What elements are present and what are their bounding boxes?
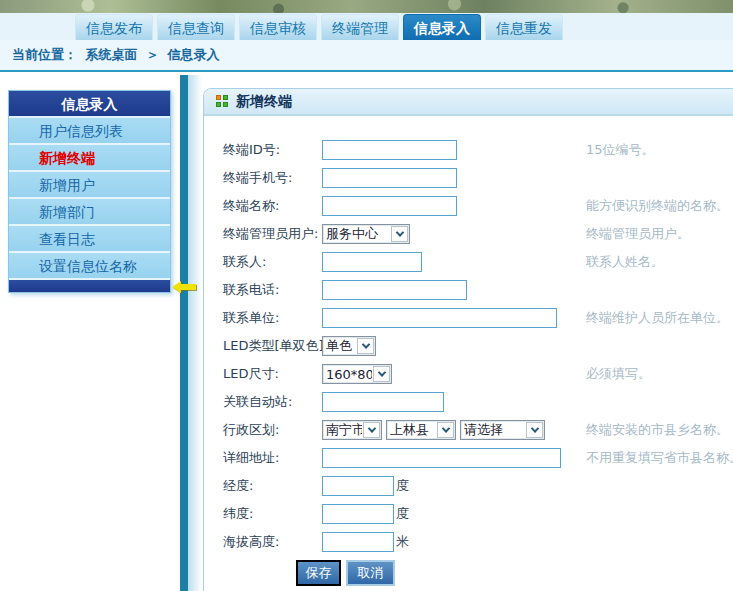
form-row-contact-person: 联系人:联系人姓名。 [204,252,733,274]
sidebar-item-4[interactable]: 查看日志 [9,226,170,253]
form-row-detail-address: 详细地址:不用重复填写省市县名称。 [204,448,733,470]
contact-person-input[interactable] [322,252,422,272]
form-row-admin-region: 行政区划:南宁市上林县请选择终端安装的市县乡名称。 [204,420,733,442]
form-row-led-size: LED尺寸:160*80必须填写。 [204,364,733,386]
admin-region-select-2-value: 请选择 [461,421,525,439]
header-photo-banner [0,0,733,13]
latitude-unit: 度 [396,505,409,523]
control-admin-region: 南宁市上林县请选择 [322,420,549,440]
latitude-input[interactable] [322,504,394,524]
label-auto-station: 关联自动站: [223,392,321,412]
form-row-longitude: 经度:度 [204,476,733,498]
hint-contact-person: 联系人姓名。 [586,252,664,272]
panel-header: 新增终端 [204,89,733,116]
label-terminal-phone: 终端手机号: [223,168,321,188]
tab-info-audit[interactable]: 信息审核 [239,14,317,40]
chevron-down-icon [526,422,543,438]
led-type-select-value: 单色 [323,337,356,355]
top-tab-bar: 信息发布 信息查询 信息审核 终端管理 信息录入 信息重发 [0,13,733,40]
sidebar-menu: 信息录入 用户信息列表新增终端新增用户新增部门查看日志设置信息位名称 [8,90,171,293]
label-contact-phone: 联系电话: [223,280,321,300]
breadcrumb: 当前位置： 系统桌面 ＞ 信息录入 [0,40,733,72]
form-row-led-type: LED类型[单双色]:单色 [204,336,733,358]
breadcrumb-home[interactable]: 系统桌面 [86,47,138,62]
form-buttons-row: 保存 取消 [204,560,733,586]
new-terminal-panel: 新增终端 终端ID号:15位编号。终端手机号:终端名称:能方便识别终端的名称。终… [203,88,733,591]
control-terminal-id [322,140,457,160]
admin-region-select-0-value: 南宁市 [323,421,362,439]
form-row-auto-station: 关联自动站: [204,392,733,414]
tab-info-resend[interactable]: 信息重发 [485,14,563,40]
chevron-down-icon [437,422,454,438]
detail-address-input[interactable] [322,448,561,468]
sidebar-item-3[interactable]: 新增部门 [9,199,170,226]
label-admin-region: 行政区划: [223,420,321,440]
tab-info-query[interactable]: 信息查询 [157,14,235,40]
hint-detail-address: 不用重复填写省市县名称。 [586,448,733,468]
control-contact-phone [322,280,467,300]
chevron-down-icon [391,226,408,242]
breadcrumb-separator: ＞ [146,47,159,62]
form-row-terminal-admin: 终端管理员用户:服务中心终端管理员用户。 [204,224,733,246]
admin-region-select-0[interactable]: 南宁市 [322,420,382,440]
hint-led-size: 必须填写。 [586,364,651,384]
control-altitude: 米 [322,532,409,552]
blocks-icon [216,95,229,108]
tab-terminal-mgmt[interactable]: 终端管理 [321,14,399,40]
vertical-divider-shadow [188,75,202,591]
save-button[interactable]: 保存 [296,560,341,586]
sidebar-item-1[interactable]: 新增终端 [9,145,170,172]
hint-contact-unit: 终端维护人员所在单位。 [586,308,729,328]
label-contact-unit: 联系单位: [223,308,321,328]
breadcrumb-prefix: 当前位置： [12,47,77,62]
form-row-altitude: 海拔高度:米 [204,532,733,554]
label-terminal-admin: 终端管理员用户: [223,224,321,244]
cursor-arrow-tail [180,284,196,290]
terminal-admin-select[interactable]: 服务中心 [322,224,410,244]
form-row-contact-unit: 联系单位:终端维护人员所在单位。 [204,308,733,330]
form-row-terminal-phone: 终端手机号: [204,168,733,190]
terminal-admin-select-value: 服务中心 [323,225,390,243]
control-terminal-phone [322,168,457,188]
chevron-down-icon [357,338,374,354]
label-longitude: 经度: [223,476,321,496]
altitude-input[interactable] [322,532,394,552]
longitude-unit: 度 [396,477,409,495]
label-terminal-name: 终端名称: [223,196,321,216]
label-latitude: 纬度: [223,504,321,524]
vertical-divider [180,75,188,591]
admin-region-select-1-value: 上林县 [387,421,436,439]
chevron-down-icon [373,366,390,382]
sidebar-item-0[interactable]: 用户信息列表 [9,118,170,145]
contact-unit-input[interactable] [322,308,557,328]
hint-terminal-admin: 终端管理员用户。 [586,224,690,244]
cursor-arrow-icon [172,281,197,293]
tab-info-publish[interactable]: 信息发布 [75,14,153,40]
form-row-contact-phone: 联系电话: [204,280,733,302]
led-type-select[interactable]: 单色 [322,336,376,356]
hint-terminal-name: 能方便识别终端的名称。 [586,196,729,216]
control-led-size: 160*80 [322,364,396,384]
terminal-id-input[interactable] [322,140,457,160]
control-longitude: 度 [322,476,409,496]
label-detail-address: 详细地址: [223,448,321,468]
form-row-latitude: 纬度:度 [204,504,733,526]
auto-station-input[interactable] [322,392,444,412]
longitude-input[interactable] [322,476,394,496]
sidebar-item-2[interactable]: 新增用户 [9,172,170,199]
control-led-type: 单色 [322,336,380,356]
led-size-select[interactable]: 160*80 [322,364,392,384]
screen: 信息发布 信息查询 信息审核 终端管理 信息录入 信息重发 当前位置： 系统桌面… [0,0,733,591]
admin-region-select-2[interactable]: 请选择 [460,420,545,440]
contact-phone-input[interactable] [322,280,467,300]
terminal-phone-input[interactable] [322,168,457,188]
admin-region-select-1[interactable]: 上林县 [386,420,456,440]
tab-info-entry[interactable]: 信息录入 [403,14,481,40]
terminal-name-input[interactable] [322,196,457,216]
label-led-size: LED尺寸: [223,364,321,384]
control-contact-person [322,252,422,272]
sidebar-item-5[interactable]: 设置信息位名称 [9,253,170,280]
label-contact-person: 联系人: [223,252,321,272]
chevron-down-icon [363,422,380,438]
cancel-button[interactable]: 取消 [346,560,395,586]
